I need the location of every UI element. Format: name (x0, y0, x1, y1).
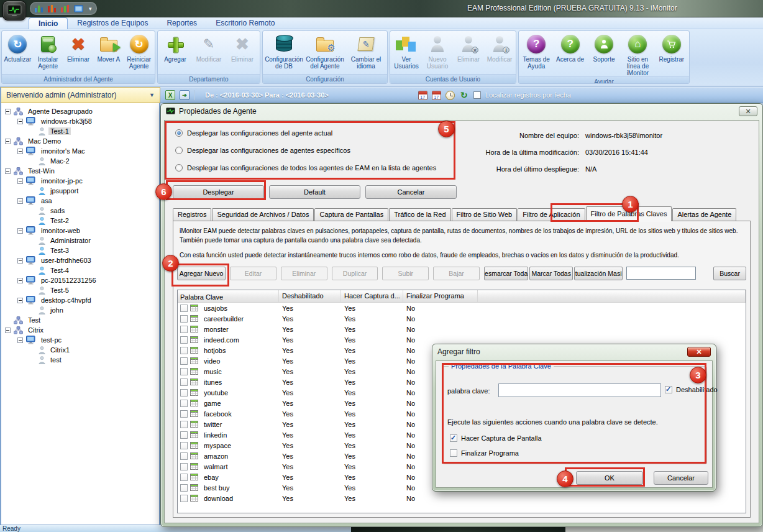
app-logo[interactable] (2, 1, 26, 21)
row-checkbox[interactable] (180, 452, 188, 460)
table-row[interactable]: careerbuilderYesYesNo (178, 313, 746, 324)
terminate-checkbox[interactable] (450, 449, 457, 457)
tualizacion-masi-button[interactable]: tualización Masi (574, 267, 623, 280)
tree-expander-icon[interactable] (17, 178, 23, 184)
tree-item-asa[interactable]: asa (5, 196, 158, 206)
ribbon-configuracion-del-agente-button[interactable]: ⚙Configuración del Agente (304, 32, 345, 74)
row-checkbox[interactable] (180, 421, 188, 428)
deploy-option-3[interactable]: Desplegar las configuraciones de todos l… (175, 164, 436, 172)
row-checkbox[interactable] (180, 315, 188, 323)
calendar-to-icon[interactable]: 17 (432, 91, 441, 100)
tree-expander-icon[interactable] (17, 278, 23, 283)
terminate-checkbox-row[interactable]: Finalizar Programa (450, 449, 519, 457)
ok-button[interactable]: OK (576, 471, 643, 485)
tab-filtro-de-sitio-web[interactable]: Filtro de Sitio Web (452, 208, 518, 221)
tree-item-pc-201512231256[interactable]: pc-201512231256 (5, 275, 158, 285)
excel-export-icon[interactable]: X (165, 90, 175, 100)
row-checkbox[interactable] (180, 442, 188, 449)
ribbon-reiniciar-agente-button[interactable]: ↻Reiniciar Agente (124, 32, 154, 74)
tree-item-test-5[interactable]: Test-5 (5, 285, 158, 295)
ribbon-ver-usuarios-button[interactable]: Ver Usuarios (391, 32, 422, 74)
column-header-finalizar-programa[interactable]: Finalizar Programa (403, 290, 478, 302)
tree-expander-icon[interactable] (17, 198, 23, 204)
ribbon-agregar-button[interactable]: Agregar (158, 32, 192, 74)
row-checkbox[interactable] (180, 389, 188, 397)
tree-item-mac-demo[interactable]: Mac Demo (5, 136, 158, 146)
tree-item-sads[interactable]: sads (5, 206, 158, 216)
buscar-button[interactable]: Buscar (713, 267, 746, 280)
capture-checkbox-row[interactable]: Hacer Captura de Pantalla (450, 434, 542, 442)
table-row[interactable]: monsterYesYesNo (178, 324, 746, 334)
tree-item-agente-desagrupado[interactable]: Agente Desagrupado (5, 106, 158, 116)
deploy-button[interactable]: Desplegar (173, 185, 264, 199)
tree-expander-icon[interactable] (17, 149, 23, 154)
tree-item-windows-rbk3j58[interactable]: windows-rbk3j58 (5, 116, 158, 126)
usage-chart-icon[interactable] (61, 4, 70, 12)
tree-item-test-4[interactable]: Test-4 (5, 265, 158, 275)
row-checkbox[interactable] (180, 357, 188, 365)
tree-item-imonitor-jp-pc[interactable]: imonitor-jp-pc (5, 176, 158, 186)
report-chart-icon[interactable] (48, 4, 57, 12)
ribbon-soporte-button[interactable]: Soporte (587, 32, 621, 76)
close-icon[interactable]: ✕ (687, 347, 711, 357)
chevron-down-icon[interactable]: ▼ (149, 92, 155, 98)
screenshot-icon[interactable] (74, 5, 83, 12)
calendar-from-icon[interactable]: 17 (418, 91, 427, 100)
tree-item-desktop-c4hvpfd[interactable]: desktop-c4hvpfd (5, 295, 158, 305)
refresh-icon[interactable]: ↻ (459, 90, 469, 100)
deploy-option-2[interactable]: Desplegar las configuraciones de agentes… (175, 147, 350, 154)
clock-icon[interactable] (445, 91, 455, 100)
tree-expander-icon[interactable] (5, 109, 11, 114)
ribbon-mover-a-button[interactable]: Mover A (93, 32, 124, 74)
tree-item-test-3[interactable]: Test-3 (5, 245, 158, 255)
esmarcar-toda-button[interactable]: esmarcar Toda (484, 267, 528, 280)
bar-chart-icon[interactable] (35, 4, 43, 12)
tab-alertas-de-agente[interactable]: Alertas de Agente (672, 208, 736, 221)
row-checkbox[interactable] (180, 326, 188, 333)
ribbon-sitio-en-linea-de-imonitor-button[interactable]: ⌂Sitio en línea de iMonitor (621, 32, 654, 76)
ribbon-acerca-de-button[interactable]: ?Acerca de (553, 32, 587, 76)
tree-item-user-bfrdhhe603[interactable]: user-bfrdhhe603 (5, 255, 158, 265)
table-row[interactable]: downloadYesYesNo (178, 493, 746, 503)
radio-button[interactable] (175, 164, 183, 172)
tree-expander-icon[interactable] (17, 228, 23, 234)
keyword-input[interactable] (498, 383, 661, 397)
deploy-option-1[interactable]: Desplegar las configuraciones del agente… (175, 129, 332, 137)
tree-item-test-2[interactable]: Test-2 (5, 216, 158, 226)
cancel-button[interactable]: Cancelar (365, 185, 457, 199)
tree-item-imonitor-web[interactable]: imonitor-web (5, 226, 158, 236)
ribbon-temas-de-ayuda-button[interactable]: ?Temas de Ayuda (519, 32, 553, 76)
capture-checkbox[interactable] (450, 434, 457, 442)
tree-item-citrix[interactable]: Citrix (5, 325, 158, 335)
row-checkbox[interactable] (180, 484, 188, 492)
html-export-icon[interactable]: ➔ (180, 90, 190, 100)
tree-expander-icon[interactable] (5, 139, 11, 144)
tab-registros-de-equipos[interactable]: Registros de Equipos (68, 17, 157, 29)
row-checkbox[interactable] (180, 368, 188, 375)
ribbon-instalar-agente-button[interactable]: Instalar Agente (33, 32, 63, 74)
tab-trafico-de-la-red[interactable]: Tráfico de la Red (389, 208, 450, 221)
marcar-todas-button[interactable]: Marcar Todas (529, 267, 573, 280)
row-checkbox[interactable] (180, 336, 188, 344)
cancelar-button[interactable]: Cancelar (654, 471, 708, 485)
tab-filtro-de-aplicacion[interactable]: Filtro de Aplicación (518, 208, 585, 221)
tab-seguridad-de-archivos-datos[interactable]: Seguridad de Archivos / Datos (212, 208, 314, 221)
tab-reportes[interactable]: Reportes (157, 17, 206, 29)
column-header-deshabilitado[interactable]: Deshabilitado (279, 290, 341, 302)
disabled-checkbox-row[interactable]: Deshabilitado (665, 386, 718, 393)
tree-item-imonitor-s-mac[interactable]: imonitor's Mac (5, 146, 158, 156)
tab-captura-de-pantallas[interactable]: Captura de Pantallas (314, 208, 388, 221)
table-row[interactable]: usajobsYesYesNo (178, 303, 746, 313)
row-checkbox[interactable] (180, 305, 188, 312)
tree-expander-icon[interactable] (17, 119, 23, 124)
tab-inicio[interactable]: Inicio (29, 17, 68, 29)
ribbon-cambiar-el-idioma-button[interactable]: ✎Cambiar el idioma (345, 32, 386, 74)
qat-dropdown-icon[interactable]: ▾ (88, 6, 92, 12)
tree-expander-icon[interactable] (17, 298, 23, 303)
row-checkbox[interactable] (180, 378, 188, 386)
row-checkbox[interactable] (180, 495, 188, 502)
tree-expander-icon[interactable] (17, 337, 23, 343)
row-checkbox[interactable] (180, 410, 188, 418)
column-header-palabra-clave[interactable]: Palabra Clave (178, 290, 279, 302)
tree-expander-icon[interactable] (17, 258, 23, 264)
